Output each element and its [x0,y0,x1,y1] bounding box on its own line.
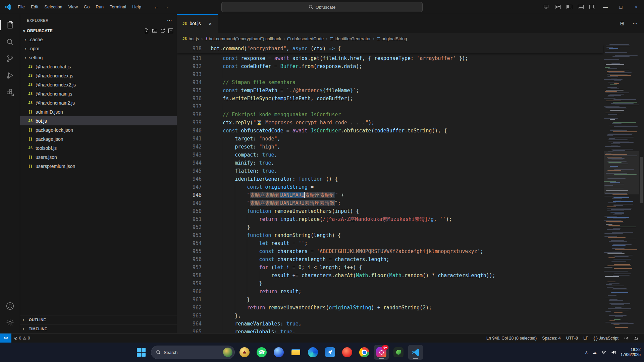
line-number[interactable]: 918 [177,44,211,53]
customize-layout-icon[interactable] [552,2,564,12]
line-number[interactable]: 955 [177,247,211,255]
activitybar-run-debug-icon[interactable] [0,67,20,84]
line-number[interactable]: 931 [177,54,211,62]
timeline-section-header[interactable]: › TIMELINE [20,324,177,333]
line-number[interactable]: 935 [177,86,211,95]
encoding[interactable]: UTF-8 [564,334,581,343]
activitybar-source-control-icon[interactable] [0,50,20,67]
line-number[interactable]: 956 [177,255,211,263]
code-line-935[interactable]: 935const tempFilePath = `./@hardenc${fil… [177,86,603,95]
line-number[interactable]: 949 [177,199,211,207]
breadcrumb-item[interactable]: obfuscatedCode [287,36,324,41]
maximize-button[interactable]: □ [613,0,629,14]
file-item-adminID.json[interactable]: {}adminID.json [20,107,177,116]
code-line-949[interactable]: 949"素晴座素晴難DANIMARU素晴座素晴難"; [177,199,603,207]
code-line-944[interactable]: 944minify: true, [177,159,603,167]
collapse-folders-icon[interactable] [168,28,173,34]
line-number[interactable]: 942 [177,143,211,151]
line-number[interactable]: 943 [177,151,211,159]
activitybar-explorer-icon[interactable] [0,17,20,34]
split-editor-icon[interactable]: ⊞ [616,18,628,28]
tab-botjs[interactable]: JS bot.js × [177,14,218,33]
activitybar-account-icon[interactable] [0,298,20,314]
wifi-icon[interactable] [601,350,606,355]
code-line-950[interactable]: 950function removeUnwantedChars(input) { [177,207,603,215]
cursor-position[interactable]: Ln 948, Col 28 (8 selected) [484,334,539,343]
code-line-954[interactable]: 954let result = ''; [177,239,603,247]
line-number[interactable]: 953 [177,231,211,239]
code-line-957[interactable]: 957for (let i = 0; i < length; i++) { [177,263,603,272]
refresh-icon[interactable] [160,28,165,34]
camera-app-button[interactable]: 9+ [374,345,389,360]
code-line-934[interactable]: 934// Simpan file sementara [177,78,603,86]
menu-edit[interactable]: Edit [28,3,41,11]
line-number[interactable]: 954 [177,239,211,247]
toggle-primary-sidebar-icon[interactable] [564,2,575,12]
folder-item-.cache[interactable]: ›JS.cache [20,35,177,44]
code-line-956[interactable]: 956const charactersLength = characters.l… [177,255,603,263]
command-center-search[interactable]: Obfuscate [221,2,423,12]
code-line-947[interactable]: 947const originalString = [177,183,603,191]
code-editor[interactable]: 930const fileLink = await ctx.telegram.g… [177,44,644,333]
minimap-slider[interactable] [604,151,639,194]
code-line-918[interactable]: 918bot.command("encrypthard", async (ctx… [177,44,603,53]
broadcast-icon[interactable] [621,334,631,343]
line-number[interactable]: 958 [177,272,211,280]
line-number[interactable]: 945 [177,167,211,175]
code-line-933[interactable]: 933 [177,70,603,78]
code-line-932[interactable]: 932const codeBuffer = Buffer.from(respon… [177,62,603,70]
red-circle-app-button[interactable] [340,345,355,360]
crest-app-button[interactable]: ★ [237,345,252,360]
tray-chevron-up-icon[interactable]: ∧ [585,350,588,355]
breadcrumb-item[interactable]: JSbot.js [182,36,199,41]
nav-forward-icon[interactable]: → [164,4,169,10]
code-line-941[interactable]: 941target: "node", [177,135,603,143]
line-number[interactable]: 960 [177,288,211,296]
folder-item-.npm[interactable]: ›JS.npm [20,44,177,53]
file-item-users.json[interactable]: {}users.json [20,153,177,162]
folder-item-setting[interactable]: ›JSsetting [20,53,177,62]
code-line-937[interactable]: 937 [177,103,603,111]
line-number[interactable]: 965 [177,328,211,333]
close-button[interactable]: × [629,0,644,14]
taskbar-search-box[interactable]: Search [151,346,235,359]
line-number[interactable]: 952 [177,223,211,231]
sticky-scroll-line[interactable]: 918bot.command("encrypthard", async (ctx… [177,44,603,53]
line-number[interactable]: 936 [177,95,211,103]
line-number[interactable]: 962 [177,304,211,312]
line-number[interactable]: 940 [177,127,211,135]
code-line-946[interactable]: 946identifierGenerator: function () { [177,175,603,183]
scrollbar-thumb[interactable] [640,157,643,203]
line-number[interactable]: 950 [177,207,211,215]
menu-help[interactable]: Help [129,3,144,11]
code-line-953[interactable]: 953function randomString(length) { [177,231,603,239]
monitor-dropdown-icon[interactable] [541,2,552,12]
line-number[interactable]: 946 [177,175,211,183]
activitybar-settings-gear-icon[interactable] [0,314,20,331]
activitybar-search-icon[interactable] [0,34,20,50]
code-line-962[interactable]: 962return removeUnwantedChars(originalSt… [177,304,603,312]
notifications-bell-icon[interactable] [631,334,641,343]
new-folder-icon[interactable] [152,28,157,34]
file-item-@hardencindex.js[interactable]: JS@hardencindex.js [20,71,177,80]
code-line-931[interactable]: 931const response = await axios.get(file… [177,54,603,62]
vscode-button[interactable] [408,345,423,360]
line-number[interactable]: 941 [177,135,211,143]
menu-view[interactable]: View [65,3,81,11]
volume-icon[interactable] [611,350,616,355]
project-root-folder[interactable]: ∨ OBFUSCATE [20,27,177,35]
editor-more-actions-icon[interactable]: ⋯ [629,18,641,28]
code-line-940[interactable]: 940const obfuscatedCode = await JsConfus… [177,127,603,135]
indentation[interactable]: Spaces: 4 [539,334,564,343]
file-item-@hardencmain2.js[interactable]: JS@hardencmain2.js [20,98,177,107]
file-item-@hardencmain.js[interactable]: JS@hardencmain.js [20,89,177,98]
line-number[interactable]: 957 [177,263,211,272]
minimap[interactable] [604,44,639,333]
file-item-toolsobf.js[interactable]: JStoolsobf.js [20,143,177,153]
code-line-943[interactable]: 943compact: true, [177,151,603,159]
new-file-icon[interactable] [144,28,149,34]
line-number[interactable]: 939 [177,119,211,127]
blue-square-app-button[interactable] [323,345,337,360]
code-line-961[interactable]: 961} [177,296,603,304]
eol-sequence[interactable]: LF [581,334,591,343]
